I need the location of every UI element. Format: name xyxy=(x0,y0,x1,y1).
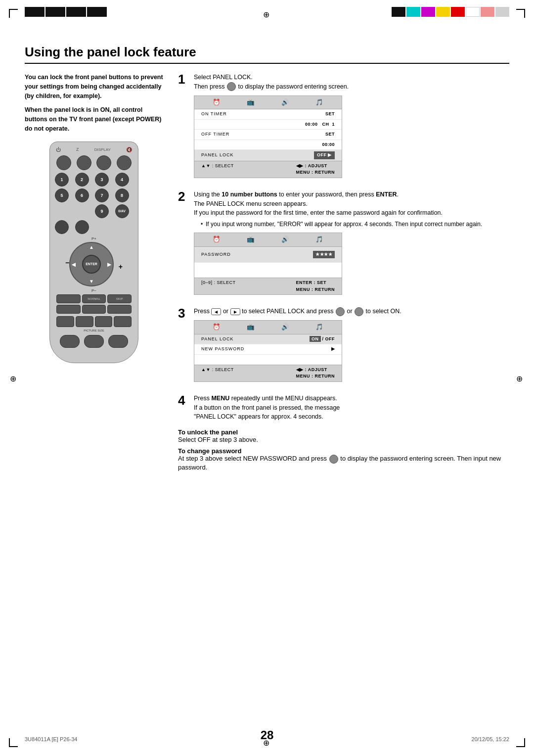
off-timer-val: SET xyxy=(325,131,335,138)
menu-row-panel-lock-3: PANEL LOCK ON / OFF xyxy=(194,334,342,345)
menu-footer-enter-2: ENTER : SETMENU : RETURN xyxy=(296,280,335,293)
menu-icon-music-3: 🎵 xyxy=(315,323,323,332)
sm-btn-3: SKIP xyxy=(107,294,132,303)
step-3: 3 Press ◀ or ▶ to select PANEL LOCK and … xyxy=(178,307,509,387)
num-btn-8: 8 xyxy=(115,189,129,202)
nav-plus-icon: + xyxy=(119,263,123,271)
color-block-white xyxy=(466,7,480,17)
on-timer-label: ON TIMER xyxy=(201,111,227,118)
menu-footer-2: [0–9] : SELECT ENTER : SETMENU : RETURN xyxy=(194,278,342,294)
nav-down-arrow: ▼ xyxy=(89,279,94,284)
color-bar xyxy=(392,7,509,17)
menu-spacer-3 xyxy=(194,355,342,365)
page-footer: 3U84011A [E] P26-34 20/12/05, 15:22 xyxy=(25,736,509,742)
num-btn-extra1 xyxy=(55,220,69,234)
unlock-section: To unlock the panel Select OFF at step 3… xyxy=(178,428,509,443)
step-1: 1 Select PANEL LOCK. Then press to displ… xyxy=(178,73,509,183)
num-btn-5: 5 xyxy=(55,189,69,202)
footer-left: 3U84011A [E] P26-34 xyxy=(25,736,77,742)
nav-left-arrow: ◀ xyxy=(72,261,76,267)
step-1-main: Select PANEL LOCK. xyxy=(194,73,509,82)
picture-size-label: PICTURE SIZE xyxy=(54,329,134,332)
menu-icon-speaker-3: 🔊 xyxy=(281,323,289,332)
menu-spacer-2 xyxy=(194,263,342,278)
new-password-val: ▶ xyxy=(331,346,335,353)
menu-icon-timer-2: ⏰ xyxy=(213,235,221,244)
remote-oval-btns xyxy=(54,335,134,348)
mute-icon: 🔇 xyxy=(126,147,132,152)
step-1-number: 1 xyxy=(178,73,189,86)
right-column: 1 Select PANEL LOCK. Then press to displ… xyxy=(178,73,509,475)
sm-btn-1 xyxy=(56,294,81,303)
step-2-bullet-1: If you input wrong number, "ERROR" will … xyxy=(201,220,509,229)
nav-right-arrow: ▶ xyxy=(107,261,111,267)
remote-top-row: ⏻ Z DISPLAY 🔇 xyxy=(54,147,134,152)
step-1-content: Select PANEL LOCK. Then press to display… xyxy=(194,73,509,183)
menu-icon-tv-2: 📺 xyxy=(247,235,255,244)
num-btn-2: 2 xyxy=(75,173,89,187)
nav-minus-icon: − xyxy=(65,259,69,267)
arrow-btn-left: ◀ xyxy=(211,308,221,315)
menu-icon-tv: 📺 xyxy=(247,98,255,107)
panel-lock-val-1: OFF ▶ xyxy=(314,151,335,159)
menu-row-on-timer-time: 00:00 CH 1 xyxy=(194,120,342,130)
remote-nav-area: − ▲ ▼ ◀ ▶ ENTER + xyxy=(69,242,119,286)
menu-row-off-timer: OFF TIMER SET xyxy=(194,130,342,140)
menu-row-password: PASSWORD ★★★★ xyxy=(194,247,342,263)
menu-icon-music-2: 🎵 xyxy=(315,235,323,244)
change-password-section: To change password At step 3 above selec… xyxy=(178,447,509,471)
bb-block-1 xyxy=(25,7,44,17)
p-plus-label: P+ xyxy=(54,236,134,241)
footer-right: 20/12/05, 15:22 xyxy=(472,736,509,742)
sm-btn-5 xyxy=(82,305,106,314)
num-btn-0av: 0/AV xyxy=(115,204,129,218)
num-btn-4: 4 xyxy=(115,173,129,187)
step-4-content: Press MENU repeatedly until the MENU dis… xyxy=(194,394,509,422)
step-2-content: Using the 10 number buttons to enter you… xyxy=(194,190,509,300)
intro-para2: When the panel lock is in ON, all contro… xyxy=(25,105,163,133)
color-block-black xyxy=(392,7,405,17)
remote-btn-1 xyxy=(56,155,71,170)
color-block-magenta xyxy=(421,7,435,17)
menu-icon-timer: ⏰ xyxy=(213,98,221,107)
menu-icon-timer-3: ⏰ xyxy=(213,323,221,332)
menu-header-1: ⏰ 📺 🔊 🎵 xyxy=(194,96,342,110)
reg-mark-top xyxy=(263,10,271,18)
nav-up-arrow: ▲ xyxy=(89,244,94,250)
menu-box-3: ⏰ 📺 🔊 🎵 PANEL LOCK ON / OFF NEW PASSWORD… xyxy=(194,320,342,382)
remote-btn-4 xyxy=(117,155,132,170)
corner-mark-bl xyxy=(9,738,18,747)
sm-btn-2: NORMAL xyxy=(82,294,106,303)
intro-para1: You can lock the front panel buttons to … xyxy=(25,73,163,100)
step-2-sub1: The PANEL LOCK menu screen appears. xyxy=(194,199,509,209)
panel-lock-label-1: PANEL LOCK xyxy=(201,152,234,159)
enter-button: ENTER xyxy=(82,255,101,274)
menu-row-on-timer: ON TIMER SET xyxy=(194,109,342,120)
off-timer-time-val: 00:00 xyxy=(322,142,335,148)
color-block-ltgray xyxy=(495,7,509,17)
num-btn-9: 9 xyxy=(95,204,109,218)
remote-nav-circle: ▲ ▼ ◀ ▶ ENTER xyxy=(69,242,114,286)
menu-footer-select-1: ▲▼ : SELECT xyxy=(201,163,234,176)
menu-footer-select-2: [0–9] : SELECT xyxy=(201,280,236,293)
panel-lock-label-3: PANEL LOCK xyxy=(201,336,234,343)
step-2-number: 2 xyxy=(178,190,189,203)
menu-box-1: ⏰ 📺 🔊 🎵 ON TIMER SET 00:00 CH 1 xyxy=(194,95,342,178)
corner-mark-br xyxy=(516,738,525,747)
menu-icon-speaker-2: 🔊 xyxy=(281,235,289,244)
step-2-main: Using the 10 number buttons to enter you… xyxy=(194,190,509,199)
rect-btn-3 xyxy=(95,316,113,327)
reg-mark-left xyxy=(10,374,18,382)
color-block-pink xyxy=(481,7,494,17)
sleep-icon: Z xyxy=(76,147,79,152)
corner-mark-tr xyxy=(516,9,525,18)
oval-btn-2 xyxy=(84,335,104,348)
step-4-number: 4 xyxy=(178,394,189,407)
power-icon: ⏻ xyxy=(56,147,61,152)
num-btn-3: 3 xyxy=(95,173,109,187)
sm-btn-6 xyxy=(107,305,132,314)
menu-footer-adjust-1: ◀▶ : ADJUSTMENU : RETURN xyxy=(296,163,335,176)
remote-btn-2 xyxy=(77,155,91,170)
menu-body-2: PASSWORD ★★★★ xyxy=(194,247,342,278)
menu-footer-adjust-3: ◀▶ : ADJUSTMENU : RETURN xyxy=(296,367,335,380)
